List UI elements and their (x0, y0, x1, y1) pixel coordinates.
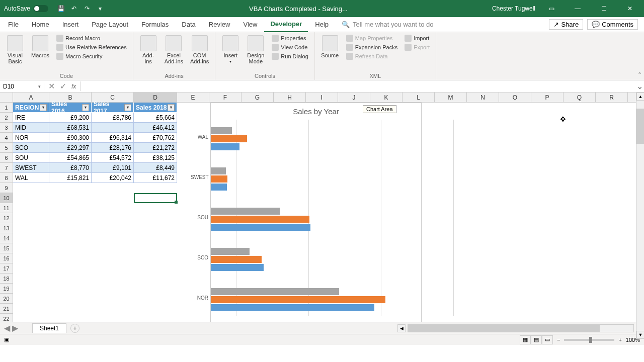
table-cell[interactable]: £46,412 (134, 123, 177, 133)
addins-button[interactable]: Add- ins (137, 34, 159, 65)
table-cell[interactable]: £20,042 (92, 173, 134, 183)
visual-basic-button[interactable]: Visual Basic (4, 34, 26, 65)
row-header[interactable]: 21 (0, 304, 13, 314)
vscroll-thumb[interactable] (636, 109, 644, 144)
user-name[interactable]: Chester Tugwell (492, 5, 535, 12)
chart-bar[interactable] (211, 264, 264, 271)
ribbon-display-icon[interactable]: ▭ (541, 1, 561, 16)
redo-icon[interactable]: ↷ (83, 4, 92, 13)
chart-bar[interactable] (211, 135, 247, 142)
table-cell[interactable]: £96,314 (92, 133, 134, 143)
tab-formulas[interactable]: Formulas (135, 17, 175, 32)
table-cell[interactable]: £54,865 (49, 153, 92, 163)
column-header[interactable]: L (403, 93, 435, 102)
table-cell[interactable]: £8,449 (134, 163, 177, 173)
insert-control-button[interactable]: Insert▾ (219, 34, 242, 65)
collapse-ribbon-icon[interactable]: ⌃ (637, 71, 642, 78)
row-header[interactable]: 4 (0, 133, 13, 143)
com-addins-button[interactable]: COM Add-ins (188, 34, 211, 65)
add-sheet-button[interactable]: + (70, 324, 79, 333)
chart-bar[interactable] (211, 184, 227, 191)
page-break-view-icon[interactable]: ▭ (542, 335, 553, 344)
chart-bar[interactable] (211, 127, 232, 134)
maximize-icon[interactable]: ☐ (594, 1, 614, 16)
chart-bar[interactable] (211, 296, 385, 303)
row-header[interactable]: 11 (0, 203, 13, 213)
chart-bar[interactable] (211, 248, 250, 255)
table-cell[interactable] (92, 123, 134, 133)
tab-view[interactable]: View (237, 17, 263, 32)
scroll-left-icon[interactable]: ◀ (397, 324, 406, 332)
tab-data[interactable]: Data (176, 17, 201, 32)
row-header[interactable]: 19 (0, 284, 13, 294)
chart-bar[interactable] (211, 175, 227, 183)
column-header[interactable]: N (467, 93, 499, 102)
normal-view-icon[interactable]: ▦ (520, 335, 531, 344)
table-cell[interactable]: SOU (13, 153, 49, 163)
comments-button[interactable]: 💬 Comments (587, 19, 638, 30)
import-button[interactable]: Import (403, 34, 432, 42)
row-header[interactable]: 9 (0, 183, 13, 193)
autosave-toggle[interactable]: AutoSave (0, 5, 52, 12)
hscroll-thumb[interactable] (408, 325, 600, 332)
chart-bar[interactable] (211, 256, 262, 263)
chart-category-group[interactable]: SOU (211, 208, 421, 233)
scroll-down-icon[interactable]: ▼ (636, 331, 644, 339)
table-cell[interactable]: IRE (13, 113, 49, 123)
view-code-button[interactable]: View Code (270, 43, 310, 51)
column-header[interactable]: M (435, 93, 467, 102)
zoom-out-icon[interactable]: − (557, 337, 560, 343)
column-header[interactable]: R (596, 93, 628, 102)
table-cell[interactable]: WAL (13, 173, 49, 183)
chart-bar[interactable] (211, 288, 339, 295)
table-cell[interactable]: £9,101 (92, 163, 134, 173)
qat-dropdown-icon[interactable]: ▾ (96, 4, 105, 13)
tab-developer[interactable]: Developer (264, 17, 308, 32)
column-header[interactable]: O (499, 93, 531, 102)
row-header[interactable]: 2 (0, 113, 13, 123)
table-cell[interactable]: £38,125 (134, 153, 177, 163)
table-cell[interactable]: £11,672 (134, 173, 177, 183)
table-cell[interactable]: £70,762 (134, 133, 177, 143)
horizontal-scrollbar[interactable] (408, 324, 634, 332)
chevron-down-icon[interactable]: ▾ (38, 84, 41, 89)
column-header[interactable]: K (370, 93, 403, 102)
chart-category-group[interactable]: SCO (211, 248, 421, 273)
column-header[interactable]: E (177, 93, 209, 102)
tab-file[interactable]: File (2, 17, 25, 32)
page-layout-view-icon[interactable]: ▤ (531, 335, 542, 344)
table-cell[interactable]: £9,200 (49, 113, 92, 123)
row-header[interactable]: 12 (0, 213, 13, 223)
table-cell[interactable]: SCO (13, 143, 49, 153)
table-cell[interactable]: SWEST (13, 163, 49, 173)
tab-review[interactable]: Review (203, 17, 236, 32)
filter-dropdown-icon[interactable]: ▾ (124, 104, 131, 111)
undo-icon[interactable]: ↶ (69, 4, 78, 13)
chart-category-group[interactable]: SWEST (211, 167, 421, 193)
zoom-in-icon[interactable]: + (618, 337, 621, 343)
chart-bar[interactable] (211, 167, 226, 174)
toggle-switch[interactable] (33, 5, 48, 12)
row-header[interactable]: 17 (0, 263, 13, 274)
tab-page-layout[interactable]: Page Layout (86, 17, 134, 32)
close-icon[interactable]: ✕ (620, 1, 640, 16)
row-header[interactable]: 15 (0, 243, 13, 253)
table-cell[interactable]: £8,770 (49, 163, 92, 173)
column-header[interactable]: H (274, 93, 306, 102)
column-header[interactable]: J (338, 93, 370, 102)
cells-area[interactable]: Chart Area ✥ Sales by Year WALSWESTSOUSC… (13, 103, 644, 322)
chart-bar[interactable] (211, 208, 280, 215)
row-header[interactable]: 22 (0, 314, 13, 322)
table-cell[interactable]: £15,821 (49, 173, 92, 183)
scroll-up-icon[interactable]: ▲ (636, 93, 644, 101)
filter-dropdown-icon[interactable]: ▾ (168, 104, 175, 111)
tab-home[interactable]: Home (26, 17, 55, 32)
chart-bar[interactable] (211, 216, 309, 223)
record-macro-status-icon[interactable]: ▣ (4, 336, 9, 342)
table-cell[interactable]: £28,176 (92, 143, 134, 153)
chart-category-group[interactable]: NOR (211, 288, 421, 313)
chart-plot-area[interactable]: WALSWESTSOUSCONOR (211, 120, 421, 321)
table-cell[interactable]: £5,664 (134, 113, 177, 123)
row-header[interactable]: 13 (0, 223, 13, 233)
excel-addins-button[interactable]: Excel Add-ins (163, 34, 185, 65)
